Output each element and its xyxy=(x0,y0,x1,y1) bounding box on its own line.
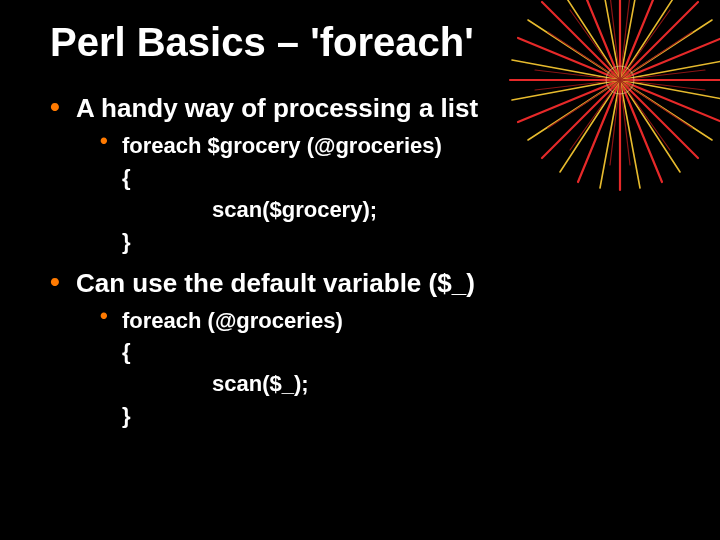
bullet-list: A handy way of processing a list foreach… xyxy=(50,93,690,432)
code2-line4: } xyxy=(122,400,690,432)
code1-line2: { xyxy=(122,162,690,194)
bullet-2-text: Can use the default variable ($_) xyxy=(76,268,475,298)
code2-line1: foreach (@groceries) xyxy=(122,305,690,337)
code-block-1: foreach $grocery (@groceries) { scan($gr… xyxy=(100,130,690,258)
code1-line1: foreach $grocery (@groceries) xyxy=(122,130,690,162)
slide: Perl Basics – 'foreach' A handy way of p… xyxy=(0,0,720,540)
bullet-1: A handy way of processing a list foreach… xyxy=(50,93,690,258)
code1-line3: scan($grocery); xyxy=(122,194,690,226)
bullet-2: Can use the default variable ($_) foreac… xyxy=(50,268,690,433)
bullet-1-text: A handy way of processing a list xyxy=(76,93,478,123)
code1-line4: } xyxy=(122,226,690,258)
code2-line2: { xyxy=(122,336,690,368)
code2-line3: scan($_); xyxy=(122,368,690,400)
slide-title: Perl Basics – 'foreach' xyxy=(50,20,690,65)
code-block-2: foreach (@groceries) { scan($_); } xyxy=(100,305,690,433)
